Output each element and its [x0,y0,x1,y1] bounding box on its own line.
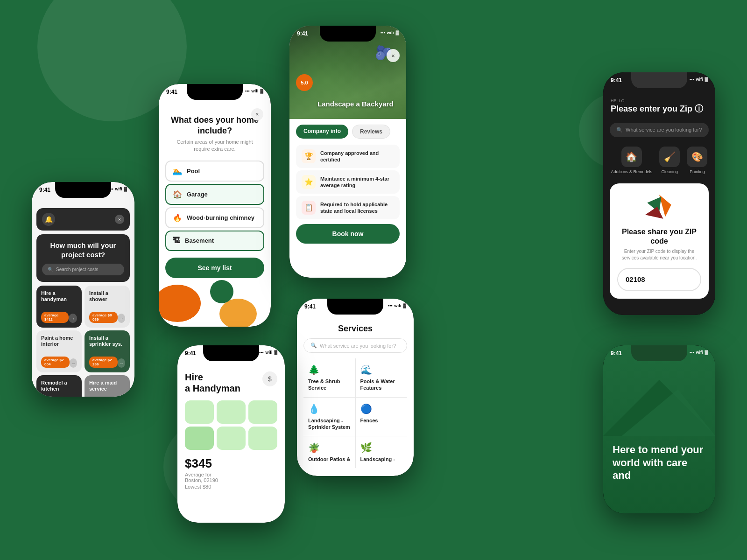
checklist-pool[interactable]: 🏊 Pool [165,161,264,182]
cert-text-rating: Maintance a minimum 4-star average ratin… [320,175,394,189]
hire-title: Hirea Handyman [185,371,240,394]
cleaning-icon: 🧹 [659,147,680,167]
search-placeholder: What service are you looking for? [626,127,702,133]
service-card-handyman[interactable]: Hire a handyman average $412 → [36,286,82,328]
status-time: 9:41 [39,187,50,193]
cert-approved: 🏆 Company approved and certified [296,145,400,168]
notification-bell-icon: 🔔 [42,213,55,226]
service-card-paint[interactable]: Paint a home interior average $2 004 → [36,330,82,372]
bottom-decoration [159,271,271,327]
hire-price-area: $345 Average forBoston, 02190 Lowest $80 [177,450,285,490]
checklist-chimney[interactable]: 🔥 Wood-burning chimney [165,207,264,228]
green-blob [210,280,233,303]
zip-cat-painting[interactable]: 🎨 Painting [687,147,707,175]
battery-icon: ▓ [403,303,406,308]
book-now-button[interactable]: Book now [296,224,400,244]
service-pools[interactable]: 🌊 Pools & Water Features [356,358,408,397]
card-content: Install a sprinkler sys. average $2 266 … [85,330,130,372]
service-card-shower[interactable]: Install a shower average $8 069 → [85,286,130,328]
service-sprinkler[interactable]: 💧 Landscaping - Sprinkler System [303,398,355,436]
cert-icon-rating: ⭐ [302,175,316,189]
search-icon: 🔍 [48,267,53,272]
checklist-label: Garage [187,191,208,198]
service-outdoor[interactable]: 🪴 Outdoor Patios & [303,436,355,468]
cert-rating: ⭐ Maintance a minimum 4-star average rat… [296,170,400,194]
services-grid: 🌲 Tree & Shrub Service 🌊 Pools & Water F… [303,358,407,468]
cat-label: Cleaning [661,169,678,175]
landscaping-icon: 🌿 [360,442,372,453]
remodels-icon: 🏠 [621,147,642,167]
zip-categories: 🏠 Additions & Remodels 🧹 Cleaning 🎨 Pain… [603,141,715,180]
phone5-content: HELLO Please enter you Zip ⓘ 🔍 What serv… [603,72,715,299]
service-badge: average $2 266 [89,357,118,368]
tree-shrub-icon: 🌲 [308,364,320,375]
tab-reviews[interactable]: Reviews [352,125,390,139]
arrow-icon: → [118,314,125,323]
phone-zip: 9:41 ▪▪▪ wifi ▓ HELLO Please enter you Z… [603,72,715,315]
phone-notch [55,182,111,198]
pools-icon: 🌊 [360,364,372,375]
zip-search[interactable]: 🔍 What service are you looking for? [610,123,709,137]
service-fences[interactable]: 🔵 Fences [356,398,408,436]
phone-notch [327,299,383,315]
hire-header: Hirea Handyman $ [177,366,285,394]
services-title: Services [297,324,414,334]
close-button[interactable]: × [387,49,400,62]
card-content: Paint a home interior average $2 004 → [36,330,82,372]
zip-input-row: → [617,268,701,291]
wifi-icon: wifi [265,350,272,355]
phone4-content: Services 🔍 What service are you looking … [297,299,414,468]
phone-notch [187,84,243,100]
modal-close-button[interactable]: × [251,108,263,120]
status-icons: ▪▪▪ wifi ▓ [690,77,708,82]
hire-box [185,400,214,424]
cert-icon-licenses: 📋 [302,201,316,215]
battery-icon: ▓ [705,77,708,82]
phone1-content: 🔔 × How much will your project cost? 🔍 S… [32,182,134,397]
service-title: Paint a home interior [41,335,77,347]
service-label: Landscaping - Sprinkler System [308,417,351,431]
zip-input[interactable] [618,271,701,288]
service-badge: average $2 004 [41,357,70,368]
phone-landscape: 9:41 ▪▪▪ wifi ▓ 🫐 × 5.0 Landscape a Back… [289,26,406,278]
service-tree-shrub[interactable]: 🌲 Tree & Shrub Service [303,358,355,397]
services-search[interactable]: 🔍 What service are you looking for? [303,338,407,353]
zip-cat-cleaning[interactable]: 🧹 Cleaning [659,147,680,175]
phone7-content: Here to mend your world with care and [603,345,715,490]
service-card-maid[interactable]: Hire a maid service → [85,375,130,397]
arrow-icon: → [70,358,77,368]
checklist-label: Basement [185,237,214,244]
wifi-icon: wifi [115,187,122,191]
checklist-garage[interactable]: 🏠 Garage [165,184,264,205]
search-icon: 🔍 [310,343,317,349]
tab-company-info[interactable]: Company info [296,125,348,139]
project-cost-search[interactable]: 🔍 Search project costs [42,264,124,275]
chimney-icon: 🔥 [173,213,182,222]
signal-icon: ▪▪▪ [259,350,264,355]
service-title: Hire a maid service [89,380,125,392]
notification-close[interactable]: × [115,215,124,224]
service-card-sprinkler[interactable]: Install a sprinkler sys. average $2 266 … [85,330,130,372]
service-landscaping[interactable]: 🌿 Landscaping - [356,436,408,468]
cat-label: Additions & Remodels [611,169,653,175]
project-cost-title: How much will your project cost? [42,241,124,259]
service-card-kitchen[interactable]: Remodel a kitchen → [36,375,82,397]
zip-cat-remodels[interactable]: 🏠 Additions & Remodels [611,147,653,175]
signal-icon: ▪▪▪ [388,303,393,308]
status-icons: ▪▪▪ wifi ▓ [109,187,127,191]
hire-box [217,427,246,450]
checklist-basement[interactable]: 🏗 Basement [165,231,264,251]
hire-boxes-grid [177,394,285,450]
rating-badge: 5.0 [296,74,313,91]
pool-icon: 🏊 [173,167,182,175]
service-label: Fences [360,417,378,424]
hire-average: Average forBoston, 02190 [185,472,277,483]
hire-lowest: Lowest $80 [185,484,277,490]
phone-notch [320,26,376,42]
checklist-label: Wood-burning chimney [187,214,254,221]
status-time: 9:41 [297,30,308,37]
status-time: 9:41 [166,89,177,95]
service-title: Remodel a kitchen [41,380,77,392]
cert-text-licenses: Required to hold applicable state and lo… [320,201,394,215]
app-intro-title: Here to mend your world with care and [613,443,706,482]
